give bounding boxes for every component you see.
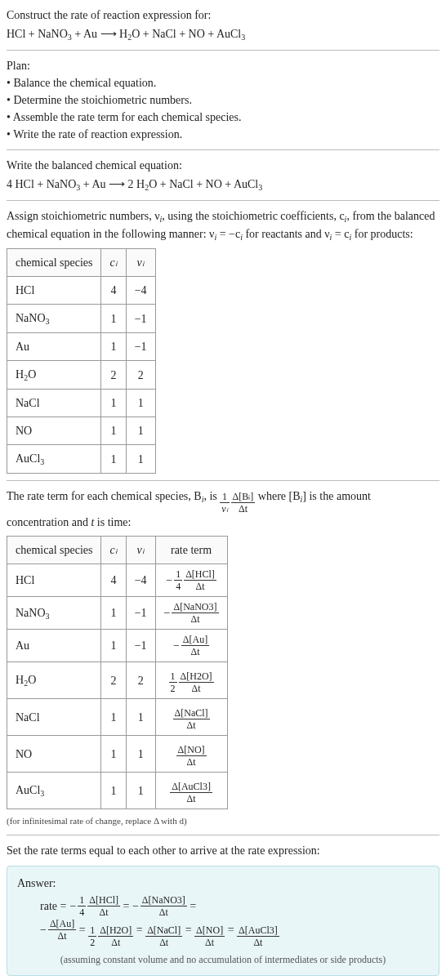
table-row: NaCl 1 1 [7, 390, 156, 417]
table-row: NaCl11Δ[NaCl]Δt [7, 699, 228, 736]
divider [7, 480, 439, 481]
plan-item: • Determine the stoichiometric numbers. [7, 91, 439, 109]
divider [7, 200, 439, 201]
assign-section: Assign stoichiometric numbers, νi, using… [7, 207, 439, 243]
balanced-section: Write the balanced chemical equation: 4 … [7, 157, 439, 194]
table-header: νᵢ [126, 249, 155, 277]
divider [7, 50, 439, 51]
plan-item: • Balance the chemical equation. [7, 74, 439, 91]
table-row: NaNO3 1 −1 [7, 305, 156, 333]
table-row: AuCl3 1 1 [7, 445, 156, 474]
answer-title: Answer: [17, 875, 429, 892]
table-header: cᵢ [101, 537, 126, 564]
table-header: chemical species [7, 249, 101, 277]
table-row: Au1−1−Δ[Au]Δt [7, 630, 228, 662]
plan-item: • Assemble the rate term for each chemic… [7, 109, 439, 126]
balanced-equation: 4 HCl + NaNO3 + Au ⟶ 2 H2O + NaCl + NO +… [7, 176, 439, 194]
answer-line-1: rate = −14Δ[HCl]Δt = −Δ[NaNO3]Δt = [40, 895, 429, 917]
answer-line-2: −Δ[Au]Δt = 12Δ[H2O]Δt = Δ[NaCl]Δt = Δ[NO… [40, 919, 429, 947]
plan-section: Plan: • Balance the chemical equation. •… [7, 57, 439, 143]
divider [7, 149, 439, 150]
answer-box: Answer: rate = −14Δ[HCl]Δt = −Δ[NaNO3]Δt… [7, 866, 439, 976]
table-header: chemical species [7, 537, 101, 564]
table-row: HCl 4 −4 [7, 277, 156, 305]
table-row: Au 1 −1 [7, 333, 156, 361]
rate-term-table: chemical species cᵢ νᵢ rate term HCl4−4−… [7, 536, 228, 809]
construct-label: Construct the rate of reaction expressio… [7, 7, 439, 24]
table-row: HCl4−4−14Δ[HCl]Δt [7, 564, 228, 597]
table-header: νᵢ [126, 537, 155, 564]
table-row: AuCl311Δ[AuCl3]Δt [7, 773, 228, 809]
stoichiometric-table: chemical species cᵢ νᵢ HCl 4 −4 NaNO3 1 … [7, 248, 156, 474]
rate-intro-line2: concentration and t is time: [7, 516, 131, 528]
table-header: rate term [155, 537, 227, 564]
plan-title: Plan: [7, 57, 439, 74]
table-row: H2O2212Δ[H2O]Δt [7, 662, 228, 699]
set-equal-text: Set the rate terms equal to each other t… [7, 842, 439, 859]
divider [7, 835, 439, 835]
unbalanced-equation: HCl + NaNO3 + Au ⟶ H2O + NaCl + NO + AuC… [7, 25, 439, 43]
table-header: cᵢ [101, 249, 126, 277]
table-row: NO 1 1 [7, 417, 156, 445]
infinitesimal-note: (for infinitesimal rate of change, repla… [7, 814, 439, 828]
table-row: H2O 2 2 [7, 361, 156, 390]
answer-note: (assuming constant volume and no accumul… [17, 952, 429, 967]
rate-intro: The rate term for each chemical species,… [7, 488, 439, 531]
table-row: NO11Δ[NO]Δt [7, 736, 228, 773]
plan-item: • Write the rate of reaction expression. [7, 126, 439, 143]
table-row: NaNO31−1−Δ[NaNO3]Δt [7, 597, 228, 630]
problem-statement: Construct the rate of reaction expressio… [7, 7, 439, 43]
balanced-title: Write the balanced chemical equation: [7, 157, 439, 174]
